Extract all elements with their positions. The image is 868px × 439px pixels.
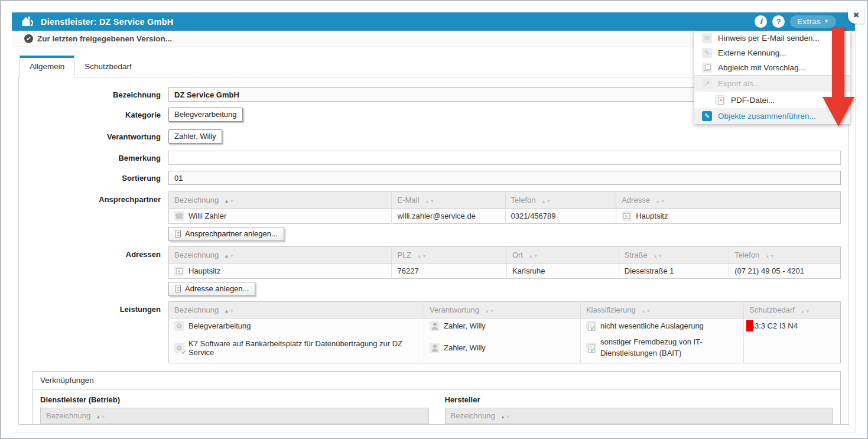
column-header-adresse[interactable]: Adresse ▲▼ xyxy=(616,192,841,209)
merge-edit-icon: ✎ xyxy=(702,111,712,121)
menu-item-externe-kennung[interactable]: ✎ Externe Kennung... xyxy=(694,45,850,60)
column-header-ort[interactable]: Ort ▲▼ xyxy=(506,247,619,264)
bemerkung-input[interactable] xyxy=(168,151,841,165)
edit-icon: ✎ xyxy=(702,48,712,58)
screenshot-frame: Dienstleister: DZ Service GmbH i ? Extra… xyxy=(0,0,868,439)
tab-schutzbedarf[interactable]: Schutzbedarf xyxy=(74,56,142,77)
close-icon: ✖ xyxy=(853,11,860,19)
ansprechpartner-label: Ansprechpartner xyxy=(19,191,168,204)
sortierung-label: Sortierung xyxy=(19,171,168,183)
extras-label: Extras xyxy=(797,17,821,26)
menu-item-export-als: ↗ Export als... xyxy=(694,76,850,92)
sort-icon: ▲▼ xyxy=(541,199,551,204)
form-row-bemerkung: Bemerkung xyxy=(19,151,849,165)
schutzbedarf-red-indicator xyxy=(746,320,753,331)
menu-item-objekte-zusammenfuehren[interactable]: ✎ Objekte zusammenführen... xyxy=(694,108,850,124)
form-row-verantwortung: Verantwortung Zahler, Willy xyxy=(19,129,849,144)
new-document-icon xyxy=(175,285,181,292)
dienstleister-betrieb-column: Dienstleister (Betrieb) Bezeichnung ▲▼ xyxy=(40,395,429,424)
sort-icon: ▲▼ xyxy=(765,253,775,259)
sort-icon: ▲▼ xyxy=(500,414,511,420)
close-button[interactable]: ✖ xyxy=(848,6,864,24)
column-header-klassifizierung[interactable]: Klassifizierung ▲▼ xyxy=(580,302,743,318)
sort-icon: ▲▼ xyxy=(656,199,666,204)
column-header-email[interactable]: E-Mail ▲▼ xyxy=(392,192,505,209)
sort-icon: ▲▼ xyxy=(225,199,235,204)
hersteller-header: Bezeichnung ▲▼ xyxy=(445,408,834,424)
menu-item-pdf-datei[interactable]: PDF-Datei... xyxy=(694,92,850,108)
verknuepfungen-title: Verknüpfungen xyxy=(33,372,840,390)
gear-icon: ⚙ xyxy=(174,321,184,331)
tab-allgemein[interactable]: Allgemein xyxy=(19,56,74,77)
table-row[interactable]: Hauptsitz 76227 Karlsruhe Dieselstraße 1… xyxy=(169,264,841,279)
form-row-sortierung: Sortierung xyxy=(19,171,849,185)
form-row-leistungen: Leistungen Bezeichnung ▲▼ Verantwortung … xyxy=(19,301,849,363)
info-icon[interactable]: i xyxy=(755,15,767,28)
column-header-plz[interactable]: PLZ ▲▼ xyxy=(392,247,506,264)
sort-icon: ▲▼ xyxy=(641,308,651,314)
copy-icon xyxy=(702,63,712,73)
checkmark-icon: ✔ xyxy=(24,34,33,43)
ansprechpartner-table: Bezeichnung ▲▼ E-Mail ▲▼ Telefon ▲▼ xyxy=(168,191,841,224)
kategorie-label: Kategorie xyxy=(19,108,168,119)
gear-check-icon: ⚙ xyxy=(174,343,184,353)
new-document-icon xyxy=(175,230,181,238)
help-icon[interactable]: ? xyxy=(772,15,785,28)
address-icon xyxy=(174,266,184,276)
ansprechpartner-anlegen-button[interactable]: Ansprechpartner anlegen... xyxy=(168,227,284,241)
column-header-bezeichnung[interactable]: Bezeichnung ▲▼ xyxy=(169,192,392,209)
bemerkung-label: Bemerkung xyxy=(19,151,168,162)
titlebar-actions: i ? Extras ▼ xyxy=(755,15,844,28)
hersteller-column: Hersteller Bezeichnung ▲▼ xyxy=(445,395,834,424)
form-row-ansprechpartner: Ansprechpartner Bezeichnung ▲▼ E-Mail ▲▼ xyxy=(19,191,849,241)
tab-content-allgemein: Bezeichnung Kategorie Belegverarbeitung … xyxy=(18,77,849,425)
adressen-table: Bezeichnung ▲▼ PLZ ▲▼ Ort ▲▼ xyxy=(168,246,841,279)
sort-icon: ▲▼ xyxy=(653,253,663,259)
table-row[interactable]: ⚙ K7 Software auf Bankarbeitsplatz für D… xyxy=(169,333,841,363)
column-header-schutzbedarf[interactable]: Schutzbedarf ▲▼ xyxy=(744,302,841,318)
person-icon xyxy=(430,321,440,331)
chevron-down-icon: ▼ xyxy=(824,19,829,24)
column-header-bezeichnung[interactable]: Bezeichnung ▲▼ xyxy=(169,302,424,318)
page-title: Dienstleister: DZ Service GmbH xyxy=(41,17,173,27)
form-row-adressen: Adressen Bezeichnung ▲▼ PLZ ▲▼ xyxy=(19,246,849,296)
sortierung-input[interactable] xyxy=(168,171,841,185)
table-row[interactable]: ⚙ Belegverarbeitung Zahler, Willy nicht … xyxy=(169,318,841,334)
dienstleister-icon xyxy=(21,15,35,28)
sort-icon: ▲▼ xyxy=(225,308,235,314)
verantwortung-chip[interactable]: Zahler, Willy xyxy=(168,129,222,144)
sort-icon: ▲▼ xyxy=(96,414,106,420)
address-icon xyxy=(622,211,632,221)
column-header-telefon[interactable]: Telefon ▲▼ xyxy=(729,247,841,264)
verknuepfungen-section: Verknüpfungen Dienstleister (Betrieb) Be… xyxy=(32,371,841,425)
column-header-bezeichnung[interactable]: Bezeichnung ▲▼ xyxy=(169,247,392,264)
envelope-icon: ✉ xyxy=(702,33,712,43)
column-header-verantwortung[interactable]: Verantwortung ▲▼ xyxy=(424,302,581,318)
column-header-strasse[interactable]: Straße ▲▼ xyxy=(619,247,729,264)
bezeichnung-label: Bezeichnung xyxy=(19,87,168,99)
sort-icon: ▲▼ xyxy=(529,253,539,259)
schutzbedarf-cell: A3:3 C2 I3 N4 xyxy=(744,318,841,334)
adresse-anlegen-button[interactable]: Adresse anlegen... xyxy=(168,282,255,296)
dienstleister-window: Dienstleister: DZ Service GmbH i ? Extra… xyxy=(12,12,856,433)
title-bar: Dienstleister: DZ Service GmbH i ? Extra… xyxy=(12,12,855,31)
sort-icon: ▲▼ xyxy=(417,253,427,259)
extras-dropdown-menu: ✉ Hinweis per E-Mail senden... ✎ Externe… xyxy=(694,31,850,124)
sort-icon: ▲▼ xyxy=(225,253,235,259)
column-header-telefon[interactable]: Telefon ▲▼ xyxy=(505,192,616,209)
classification-check-icon xyxy=(586,321,596,331)
verantwortung-label: Verantwortung xyxy=(19,129,168,141)
version-link: Zur letzten freigegebenen Version... xyxy=(37,34,172,43)
table-row[interactable]: ☎ Willi Zahler willi.zahler@service.de 0… xyxy=(169,209,841,224)
leistungen-table: Bezeichnung ▲▼ Verantwortung ▲▼ Klassifi… xyxy=(168,301,841,363)
sort-icon: ▲▼ xyxy=(800,308,810,314)
dienstleister-betrieb-header: Bezeichnung ▲▼ xyxy=(40,408,429,424)
export-icon: ↗ xyxy=(702,79,712,89)
hersteller-label: Hersteller xyxy=(445,395,834,404)
menu-item-abgleich-vorschlag[interactable]: Abgleich mit Vorschlag... xyxy=(694,60,850,75)
menu-item-hinweis-email[interactable]: ✉ Hinweis per E-Mail senden... xyxy=(694,31,850,45)
extras-button[interactable]: Extras ▼ xyxy=(790,15,836,28)
sort-icon: ▲▼ xyxy=(425,199,435,204)
kategorie-chip[interactable]: Belegverarbeitung xyxy=(168,108,243,122)
leistungen-label: Leistungen xyxy=(19,301,168,314)
